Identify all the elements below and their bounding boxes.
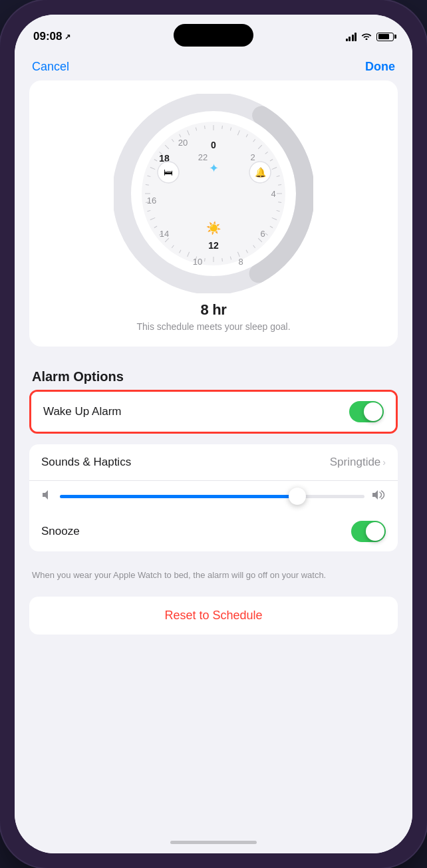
svg-text:20: 20 xyxy=(178,138,188,148)
scroll-content[interactable]: Cancel Done xyxy=(15,51,412,831)
svg-text:12: 12 xyxy=(208,240,219,251)
svg-text:22: 22 xyxy=(198,152,208,162)
alarm-options-title: Alarm Options xyxy=(32,369,124,384)
home-indicator[interactable] xyxy=(15,831,412,853)
apple-watch-note: When you wear your Apple Watch to bed, t… xyxy=(15,562,412,594)
clock-display[interactable]: 0 2 4 6 8 10 12 14 xyxy=(114,94,313,293)
snooze-label: Snooze xyxy=(41,525,80,538)
clock-section: 0 2 4 6 8 10 12 14 xyxy=(29,80,398,347)
reset-card: Reset to Schedule xyxy=(29,597,398,635)
phone-screen: 09:08 ↗ xyxy=(15,15,412,853)
svg-line-14 xyxy=(278,185,281,186)
svg-text:6: 6 xyxy=(260,229,265,239)
wake-up-alarm-row: Wake Up Alarm xyxy=(31,392,396,432)
reset-to-schedule-button[interactable]: Reset to Schedule xyxy=(29,597,398,635)
chevron-icon: › xyxy=(382,457,386,468)
snooze-toggle[interactable] xyxy=(351,521,386,542)
svg-text:✦: ✦ xyxy=(209,162,219,175)
volume-high-icon xyxy=(371,489,386,504)
svg-marker-69 xyxy=(43,490,48,500)
dynamic-island xyxy=(174,24,253,47)
wake-up-alarm-row-highlighted: Wake Up Alarm xyxy=(29,390,398,434)
done-button[interactable]: Done xyxy=(365,60,395,74)
alarm-options-header: Alarm Options xyxy=(15,360,412,390)
wifi-icon xyxy=(361,32,372,42)
status-time: 09:08 ↗ xyxy=(33,30,71,43)
svg-text:8: 8 xyxy=(238,257,243,267)
sleep-subtitle: This schedule meets your sleep goal. xyxy=(136,321,290,332)
phone-frame: 09:08 ↗ xyxy=(0,0,427,868)
sounds-haptics-value: Springtide › xyxy=(330,456,386,469)
nav-bar: Cancel Done xyxy=(15,51,412,80)
alarm-settings-card: Sounds & Haptics Springtide › xyxy=(29,444,398,551)
volume-row[interactable] xyxy=(29,480,398,511)
volume-low-icon xyxy=(41,489,53,504)
cancel-button[interactable]: Cancel xyxy=(32,60,69,74)
svg-text:16: 16 xyxy=(147,196,156,206)
home-bar xyxy=(170,841,257,844)
svg-text:10: 10 xyxy=(193,257,202,267)
signal-icon xyxy=(346,32,357,41)
svg-line-50 xyxy=(205,126,206,129)
location-icon: ↗ xyxy=(65,33,71,41)
volume-thumb[interactable] xyxy=(289,488,306,505)
status-icons xyxy=(346,32,394,42)
svg-line-40 xyxy=(146,185,149,186)
battery-icon xyxy=(376,33,394,41)
svg-marker-70 xyxy=(372,490,378,500)
wake-up-alarm-label: Wake Up Alarm xyxy=(43,405,121,418)
svg-text:2: 2 xyxy=(250,152,255,162)
wake-up-alarm-toggle[interactable] xyxy=(349,401,384,422)
svg-text:4: 4 xyxy=(271,189,275,199)
time-display: 09:08 xyxy=(33,30,62,43)
clock-svg: 0 2 4 6 8 10 12 14 xyxy=(114,94,313,293)
volume-slider[interactable] xyxy=(60,495,364,498)
snooze-row: Snooze xyxy=(29,511,398,551)
svg-text:🔔: 🔔 xyxy=(255,167,267,178)
svg-line-16 xyxy=(278,202,281,203)
sleep-duration: 8 hr xyxy=(200,301,226,319)
svg-line-28 xyxy=(205,258,206,261)
sounds-haptics-row[interactable]: Sounds & Haptics Springtide › xyxy=(29,444,398,480)
svg-text:🛏: 🛏 xyxy=(164,167,173,178)
svg-text:0: 0 xyxy=(211,140,216,150)
sounds-haptics-text: Springtide xyxy=(330,456,381,469)
sounds-haptics-label: Sounds & Haptics xyxy=(41,456,131,469)
svg-line-26 xyxy=(222,258,223,261)
volume-fill xyxy=(60,495,297,498)
svg-text:14: 14 xyxy=(160,229,169,239)
svg-line-4 xyxy=(222,126,223,129)
svg-text:☀️: ☀️ xyxy=(206,221,221,235)
